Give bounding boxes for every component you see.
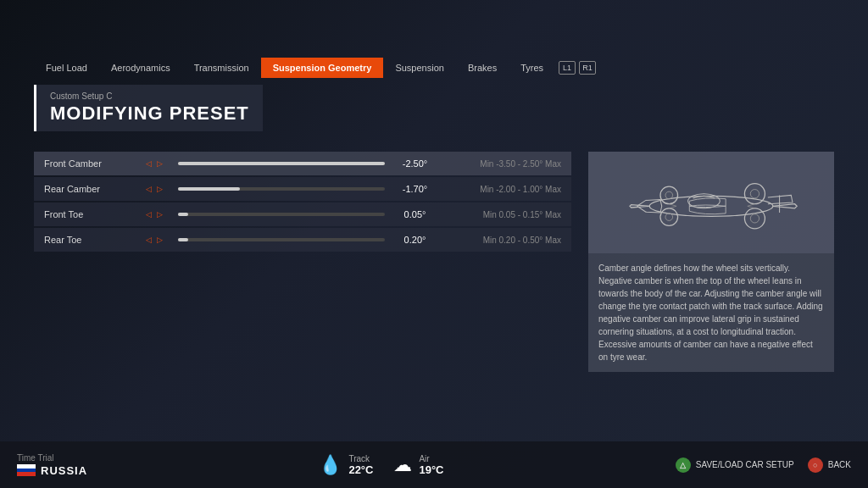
bottom-bar: Time Trial RUSSIA 💧 Track 22°C ☁ Air 19°… [0, 441, 868, 488]
session-info: Time Trial RUSSIA [17, 453, 87, 477]
setting-row-front-camber: Front Camber ◁ ▷ -2.50° Min -3.50 - 2.50… [34, 152, 571, 175]
bar-track-rear-camber [178, 187, 385, 191]
main-layout: Front Camber ◁ ▷ -2.50° Min -3.50 - 2.50… [34, 152, 834, 372]
setting-value-rear-toe: 0.20° [392, 235, 438, 245]
track-icon: 💧 [319, 454, 342, 476]
session-location: RUSSIA [17, 464, 87, 477]
setting-value-front-toe: 0.05° [392, 209, 438, 219]
back-icon: ○ [808, 458, 823, 473]
setting-range-front-toe: Min 0.05 - 0.15° Max [438, 210, 561, 219]
back-label: BACK [828, 460, 851, 469]
arrow-right-front-toe[interactable]: ▷ [157, 210, 163, 219]
air-detail: Air 19°C [419, 454, 443, 476]
arrow-left-front-toe[interactable]: ◁ [146, 210, 152, 219]
nav-item-suspension[interactable]: Suspension [383, 58, 456, 78]
bar-area-rear-toe [178, 238, 385, 241]
arrow-left-rear-toe[interactable]: ◁ [146, 236, 152, 244]
setting-range-front-camber: Min -3.50 - 2.50° Max [438, 159, 561, 169]
svg-point-6 [665, 191, 673, 199]
track-label: Track [348, 454, 373, 463]
air-weather: ☁ Air 19°C [393, 454, 443, 476]
svg-point-3 [660, 208, 678, 226]
arrow-right-front-camber[interactable]: ▷ [157, 159, 163, 168]
save-icon: △ [676, 458, 691, 473]
setting-range-rear-toe: Min 0.20 - 0.50° Max [438, 236, 561, 245]
car-illustration [588, 152, 834, 253]
svg-rect-16 [17, 469, 36, 472]
nav-item-fuel-load[interactable]: Fuel Load [34, 58, 99, 78]
settings-panel: Front Camber ◁ ▷ -2.50° Min -3.50 - 2.50… [34, 152, 571, 372]
setup-title-area: Custom Setup C MODIFYING PRESET [34, 85, 263, 131]
bar-area-front-camber [178, 162, 385, 165]
setting-name-rear-toe: Rear Toe [44, 235, 146, 245]
arrow-right-rear-toe[interactable]: ▷ [157, 236, 163, 244]
track-detail: Track 22°C [348, 454, 373, 476]
arrow-left-front-camber[interactable]: ◁ [146, 159, 152, 168]
setting-range-rear-camber: Min -2.00 - 1.00° Max [438, 185, 561, 194]
svg-line-12 [669, 204, 676, 207]
info-panel: Camber angle defines how the wheel sits … [588, 152, 834, 372]
content-area: Custom Setup C MODIFYING PRESET Front Ca… [34, 85, 834, 437]
svg-line-14 [748, 204, 755, 207]
nav-bar: Fuel Load Aerodynamics Transmission Susp… [34, 58, 834, 78]
setting-row-front-toe: Front Toe ◁ ▷ 0.05° Min 0.05 - 0.15° Max [34, 202, 571, 226]
save-load-button[interactable]: △ SAVE/LOAD CAR SETUP [676, 458, 794, 473]
setting-name-front-toe: Front Toe [44, 209, 146, 219]
setup-subtitle: Custom Setup C [50, 92, 249, 101]
track-temp: 22°C [348, 463, 373, 476]
svg-line-11 [669, 206, 676, 208]
location-name: RUSSIA [41, 464, 87, 477]
bar-fill-front-camber [178, 162, 385, 165]
setting-value-front-camber: -2.50° [392, 158, 438, 169]
arrow-right-rear-camber[interactable]: ▷ [157, 185, 163, 193]
nav-item-tyres[interactable]: Tyres [509, 58, 555, 78]
session-type: Time Trial [17, 453, 87, 463]
setting-row-rear-camber: Rear Camber ◁ ▷ -1.70° Min -2.00 - 1.00°… [34, 177, 571, 201]
setting-controls-rear-toe: ◁ ▷ [146, 236, 171, 244]
f1-car-svg [609, 164, 813, 241]
russia-flag [17, 464, 36, 476]
svg-rect-17 [17, 472, 36, 476]
weather-area: 💧 Track 22°C ☁ Air 19°C [319, 454, 443, 476]
setting-row-rear-toe: Rear Toe ◁ ▷ 0.20° Min 0.20 - 0.50° Max [34, 228, 571, 252]
arrow-left-rear-camber[interactable]: ◁ [146, 185, 152, 193]
badge-l1: L1 [559, 61, 576, 75]
track-weather: 💧 Track 22°C [319, 454, 373, 476]
setting-controls-front-camber: ◁ ▷ [146, 159, 171, 168]
bar-track-front-toe [178, 213, 385, 216]
setting-controls-front-toe: ◁ ▷ [146, 210, 171, 219]
setting-value-rear-camber: -1.70° [392, 184, 438, 194]
badge-r1: R1 [579, 61, 596, 75]
svg-point-8 [750, 214, 759, 223]
bar-track-rear-toe [178, 238, 385, 241]
svg-rect-15 [17, 464, 36, 469]
bar-track-front-camber [178, 162, 385, 165]
back-button[interactable]: ○ BACK [808, 458, 851, 473]
svg-point-7 [744, 208, 765, 229]
info-description: Camber angle defines how the wheel sits … [588, 253, 834, 372]
nav-item-aerodynamics[interactable]: Aerodynamics [99, 58, 182, 78]
svg-point-4 [665, 214, 673, 221]
nav-item-brakes[interactable]: Brakes [456, 58, 509, 78]
bar-fill-rear-toe [178, 238, 188, 241]
air-icon: ☁ [393, 454, 412, 476]
air-temp: 19°C [419, 463, 443, 476]
setting-name-rear-camber: Rear Camber [44, 184, 146, 194]
save-load-label: SAVE/LOAD CAR SETUP [696, 460, 794, 469]
air-label: Air [419, 454, 443, 463]
svg-point-10 [750, 190, 759, 198]
bar-fill-rear-camber [178, 187, 240, 191]
bottom-actions: △ SAVE/LOAD CAR SETUP ○ BACK [676, 458, 851, 473]
setting-name-front-camber: Front Camber [44, 158, 146, 169]
nav-item-transmission[interactable]: Transmission [182, 58, 261, 78]
svg-line-13 [748, 206, 755, 208]
bar-fill-front-toe [178, 213, 188, 216]
bar-area-front-toe [178, 213, 385, 216]
setting-controls-rear-camber: ◁ ▷ [146, 185, 171, 193]
bar-area-rear-camber [178, 187, 385, 191]
svg-point-9 [744, 184, 765, 204]
svg-point-5 [660, 186, 678, 204]
setup-title: MODIFYING PRESET [50, 103, 249, 125]
nav-item-suspension-geometry[interactable]: Suspension Geometry [261, 58, 384, 78]
